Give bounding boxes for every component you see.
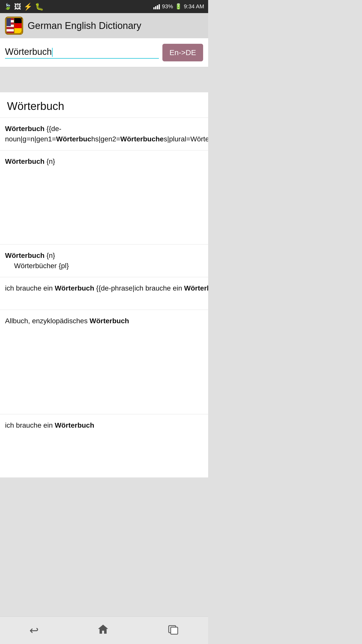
svg-rect-13 [14, 23, 22, 28]
bar2 [155, 6, 156, 9]
german-term: Wörterbuch {n} [0, 150, 208, 245]
app-icon [5, 17, 23, 35]
bar3 [157, 5, 158, 9]
search-area: Wörterbuch En->DE [0, 38, 208, 67]
svg-rect-9 [6, 29, 14, 31]
battery-icon: 🔋 [175, 3, 182, 10]
leaf-icon: 🍃 [4, 3, 12, 10]
status-bar: 🍃 🖼 ⚡ 🐛 93% 🔋 9:34 AM [0, 0, 208, 13]
table-row: Allbuch, enzyklopädisches Wörterbuch enc… [0, 310, 208, 414]
german-term: Wörterbuch {{de-noun|g=n|gen1=Wörterbuch… [0, 118, 208, 150]
german-term: Allbuch, enzyklopädisches Wörterbuch [0, 310, 208, 414]
bug-icon: 🐛 [35, 3, 44, 11]
table-row: Wörterbuch {n} Wörterbücher {pl} wordboo… [0, 244, 208, 277]
german-term: ich brauche ein Wörterbuch [0, 414, 208, 477]
bottom-spacer [0, 478, 208, 508]
image-icon: 🖼 [14, 3, 21, 11]
bar1 [153, 7, 155, 9]
results-heading: Wörterbuch [0, 92, 208, 118]
dictionary-table: Wörterbuch {{de-noun|g=n|gen1=Wörterbuch… [0, 118, 208, 478]
signal-bars [153, 4, 160, 9]
app-title: German English Dictionary [28, 20, 141, 31]
usb-icon: ⚡ [24, 3, 32, 11]
results-card: Wörterbuch Wörterbuch {{de-noun|g=n|gen1… [0, 92, 208, 478]
svg-rect-8 [6, 27, 14, 29]
svg-rect-11 [6, 18, 11, 26]
status-right: 93% 🔋 9:34 AM [153, 3, 204, 10]
german-term: Wörterbuch {n} Wörterbücher {pl} [0, 244, 208, 277]
svg-rect-12 [14, 18, 22, 23]
language-toggle-button[interactable]: En->DE [162, 44, 203, 61]
text-cursor [52, 48, 53, 57]
bar4 [159, 4, 160, 9]
search-input-wrapper[interactable]: Wörterbuch [5, 47, 159, 59]
table-row: Wörterbuch {n} dictionary (publication t… [0, 150, 208, 245]
clock: 9:34 AM [184, 3, 204, 10]
svg-rect-14 [14, 28, 22, 33]
table-row: ich brauche ein Wörterbuch I need a dict… [0, 414, 208, 477]
battery-percent: 93% [162, 3, 173, 10]
gray-spacer [0, 67, 208, 92]
german-term: ich brauche ein Wörterbuch {{de-phrase|i… [0, 277, 208, 310]
app-header: German English Dictionary [0, 13, 208, 38]
status-icons: 🍃 🖼 ⚡ 🐛 [4, 3, 44, 11]
search-input[interactable]: Wörterbuch [5, 47, 159, 57]
table-row: ich brauche ein Wörterbuch {{de-phrase|i… [0, 277, 208, 310]
table-row: Wörterbuch {{de-noun|g=n|gen1=Wörterbuch… [0, 118, 208, 150]
